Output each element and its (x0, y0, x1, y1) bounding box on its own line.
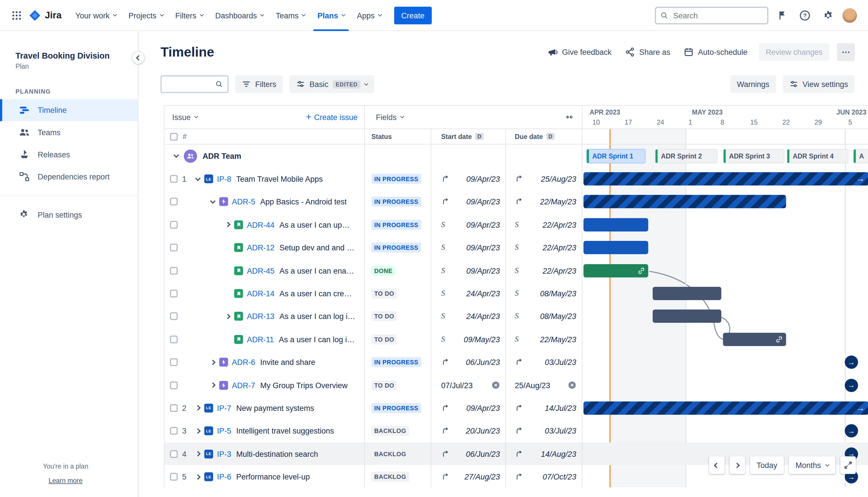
issue-summary[interactable]: As a user I can log i… (279, 312, 355, 321)
due-date[interactable]: 22/Apr/23 (543, 266, 576, 275)
start-date[interactable]: 06/Jun/23 (466, 450, 500, 458)
offscreen-bar-indicator[interactable]: → (845, 379, 858, 392)
nav-item-plans[interactable]: Plans (312, 0, 351, 31)
fields-dropdown[interactable]: Fields (376, 113, 404, 122)
sprint-chip[interactable]: A (853, 149, 868, 163)
timeline-search-input[interactable] (166, 79, 216, 89)
start-date[interactable]: 24/Apr/23 (466, 312, 500, 321)
issue-summary[interactable]: As a user I can ena… (279, 266, 354, 275)
issue-summary[interactable]: Intelligent travel suggestions (236, 427, 334, 436)
row-checkbox[interactable] (170, 473, 178, 481)
issue-key-link[interactable]: ADR-13 (247, 312, 274, 321)
issue-column-header[interactable]: Issue (172, 113, 198, 122)
status-badge[interactable]: TO DO (372, 312, 397, 322)
row-checkbox[interactable] (170, 290, 178, 297)
due-date[interactable]: 25/Aug/23 (541, 174, 576, 183)
status-badge[interactable]: TO DO (372, 288, 397, 299)
due-date[interactable]: 03/Jul/23 (545, 427, 576, 436)
sidebar-item-plan-settings[interactable]: Plan settings (0, 204, 138, 226)
expand-chevron[interactable] (225, 314, 230, 319)
status-badge[interactable]: IN PROGRESS (372, 174, 421, 184)
gantt-cell[interactable] (582, 236, 868, 259)
gantt-cell[interactable] (582, 259, 868, 282)
offscreen-bar-indicator[interactable]: → (845, 356, 858, 369)
issue-key-link[interactable]: ADR-44 (247, 220, 274, 229)
auto-schedule-button[interactable]: Auto-schedule (679, 43, 752, 60)
expand-chevron[interactable] (195, 175, 200, 181)
help-icon[interactable]: ? (796, 6, 814, 24)
issue-key-link[interactable]: IP-5 (217, 427, 231, 436)
due-date[interactable]: 14/Aug/23 (541, 450, 576, 458)
gantt-bar[interactable] (583, 195, 786, 209)
table-row[interactable]: ADR-5 App Basics - Android test IN PROGR… (164, 190, 868, 213)
issue-key-link[interactable]: ADR-5 (232, 197, 255, 206)
row-checkbox[interactable] (170, 221, 178, 229)
today-button[interactable]: Today (750, 456, 784, 474)
sidebar-collapse-button[interactable] (132, 51, 145, 64)
start-date[interactable]: 09/Apr/23 (466, 404, 500, 413)
gantt-cell[interactable] (582, 282, 868, 305)
table-row[interactable]: ADR-13 As a user I can log i… TO DO S 24… (164, 305, 868, 328)
nav-item-projects[interactable]: Projects (122, 0, 169, 31)
start-date[interactable]: 09/Apr/23 (466, 243, 500, 252)
sidebar-item-teams[interactable]: Teams (0, 121, 138, 143)
sprint-chip[interactable]: ADR Sprint 2 (655, 149, 717, 163)
gantt-cell[interactable]: → (582, 351, 868, 374)
status-badge[interactable]: BACKLOG (372, 472, 409, 482)
start-date[interactable]: 24/Apr/23 (466, 289, 500, 298)
table-row[interactable]: ADR-7 My Group Trips Overview TO DO 07/J… (164, 374, 868, 397)
warnings-button[interactable]: Warnings (730, 75, 776, 93)
table-row[interactable]: ADR-11 As a user I can log i… TO DO S 09… (164, 328, 868, 351)
zoom-level-dropdown[interactable]: Months (789, 456, 835, 474)
issue-summary[interactable]: My Group Trips Overview (260, 381, 348, 389)
gantt-bar[interactable] (583, 264, 648, 277)
due-date[interactable]: 22/May/23 (540, 335, 576, 344)
start-date[interactable]: 27/Aug/23 (464, 472, 500, 481)
issue-summary[interactable]: Multi-destination search (236, 450, 318, 458)
expand-chevron[interactable] (210, 198, 215, 204)
fullscreen-button[interactable] (840, 456, 856, 474)
issue-key-link[interactable]: ADR-6 (232, 358, 255, 367)
issue-summary[interactable]: As a user I can log i… (279, 335, 355, 344)
row-checkbox[interactable] (170, 404, 178, 412)
learn-more-link[interactable]: Learn more (48, 477, 82, 484)
row-checkbox[interactable] (170, 198, 178, 205)
status-badge[interactable]: IN PROGRESS (372, 243, 421, 253)
start-date[interactable]: 06/Jun/23 (466, 358, 500, 367)
expand-chevron[interactable] (195, 428, 200, 434)
create-button[interactable]: Create (394, 6, 432, 24)
nav-item-dashboards[interactable]: Dashboards (209, 0, 270, 31)
row-checkbox[interactable] (170, 313, 178, 321)
due-date[interactable]: 22/Apr/23 (543, 220, 576, 229)
row-checkbox[interactable] (170, 427, 178, 435)
gantt-cell[interactable]: → (582, 397, 868, 420)
view-mode-button[interactable]: Basic EDITED (290, 75, 374, 93)
nav-item-your-work[interactable]: Your work (70, 0, 122, 31)
table-row[interactable]: 1 LE IP-8 Team Travel Mobile Apps IN PRO… (164, 167, 868, 190)
table-row[interactable]: ADR-6 Invite and share IN PROGRESS 06/Ju… (164, 351, 868, 374)
row-checkbox[interactable] (170, 244, 178, 252)
start-date[interactable]: 09/Apr/23 (466, 266, 500, 275)
table-row[interactable]: ADR-44 As a user I can up… IN PROGRESS S… (164, 213, 868, 236)
issue-key-link[interactable]: ADR-14 (247, 289, 274, 298)
row-checkbox[interactable] (170, 175, 178, 183)
gantt-bar[interactable]: → (583, 401, 868, 415)
start-date[interactable]: 09/Apr/23 (466, 197, 500, 206)
gantt-bar[interactable] (653, 287, 721, 300)
whats-new-flag-icon[interactable] (774, 7, 791, 24)
issue-key-link[interactable]: ADR-12 (247, 243, 274, 252)
expand-chevron[interactable] (225, 222, 230, 227)
issue-key-link[interactable]: IP-7 (217, 404, 231, 413)
expand-chevron[interactable] (210, 359, 215, 365)
due-date[interactable]: 22/Apr/23 (543, 243, 576, 252)
due-date[interactable]: 08/May/23 (540, 289, 576, 298)
status-badge[interactable]: IN PROGRESS (372, 403, 421, 413)
table-row[interactable]: 2 LE IP-7 New payment systems IN PROGRES… (164, 397, 868, 420)
dependency-link-icon[interactable] (637, 267, 646, 275)
view-settings-button[interactable]: View settings (783, 75, 855, 93)
row-checkbox[interactable] (170, 267, 178, 274)
nav-item-apps[interactable]: Apps (351, 0, 387, 31)
timeline-search[interactable] (160, 75, 229, 93)
start-date[interactable]: 09/Apr/23 (466, 220, 500, 229)
search-input[interactable] (672, 10, 763, 20)
